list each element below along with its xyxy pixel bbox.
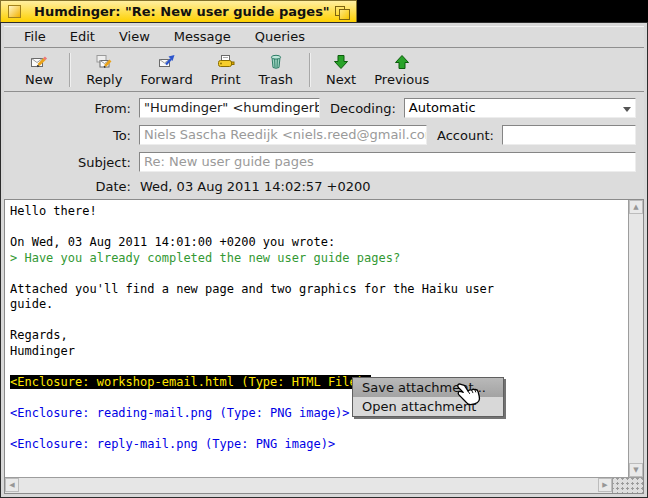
message-line: On Wed, 03 Aug 2011 14:01:00 +0200 you w… (10, 235, 628, 251)
decoding-label: Decoding: (320, 101, 404, 116)
message-line (10, 421, 628, 437)
menu-queries[interactable]: Queries (243, 28, 317, 45)
message-line (10, 313, 628, 329)
horizontal-scrollbar[interactable]: ◀ ▶ (5, 478, 612, 493)
message-line: Attached you'll find a new page and two … (10, 282, 628, 298)
right-arrow-icon: ▶ (602, 482, 607, 489)
menu-bar: File Edit View Message Queries (4, 26, 644, 48)
up-arrow-icon: ▲ (633, 204, 638, 211)
toolbar-separator (69, 53, 70, 87)
zoom-button[interactable] (335, 5, 350, 19)
vertical-scrollbar[interactable]: ▲ ▼ (628, 200, 643, 477)
context-menu: Save attachment... Open attachment (352, 377, 504, 417)
message-line: guide. (10, 297, 628, 313)
menu-item-open-attachment[interactable]: Open attachment (353, 397, 503, 416)
enclosure-link[interactable]: <Enclosure: reading-mail.png (Type: PNG … (10, 406, 628, 422)
forward-button[interactable]: Forward (131, 52, 201, 88)
message-line: > Have you already completed the new use… (10, 251, 628, 267)
left-arrow-icon: ◀ (9, 482, 14, 489)
scroll-right-button[interactable]: ▶ (598, 478, 612, 492)
date-value: Wed, 03 Aug 2011 14:02:57 +0200 (139, 179, 371, 194)
print-icon (217, 53, 235, 72)
message-line (10, 390, 628, 406)
new-button[interactable]: New (16, 52, 62, 88)
to-label: To: (4, 128, 139, 143)
toolbar: New Reply (4, 48, 644, 92)
menu-file[interactable]: File (12, 28, 58, 45)
down-arrow-icon: ▼ (633, 467, 638, 474)
scroll-left-button[interactable]: ◀ (5, 478, 19, 492)
scroll-down-button[interactable]: ▼ (629, 463, 643, 477)
toolbar-separator (309, 53, 310, 87)
down-arrow-icon (332, 53, 350, 72)
account-label: Account: (427, 128, 502, 143)
menu-view[interactable]: View (107, 28, 162, 45)
scroll-up-button[interactable]: ▲ (629, 200, 643, 214)
menu-item-save-attachment[interactable]: Save attachment... (353, 378, 503, 397)
enclosure-link[interactable]: <Enclosure: workshop-email.html (Type: H… (10, 375, 628, 391)
message-line: Hello there! (10, 204, 628, 220)
trash-button[interactable]: Trash (250, 52, 302, 88)
mail-window: File Edit View Message Queries New (0, 22, 648, 498)
message-line (10, 266, 628, 282)
from-label: From: (4, 101, 139, 116)
reply-button[interactable]: Reply (77, 52, 131, 88)
forward-icon (158, 53, 176, 72)
message-line: Regards, (10, 328, 628, 344)
enclosure-link[interactable]: <Enclosure: reply-mail.png (Type: PNG im… (10, 437, 628, 453)
subject-field[interactable]: Re: New user guide pages (139, 152, 636, 172)
decoding-dropdown[interactable]: Automatic (404, 98, 636, 118)
trash-icon (267, 53, 285, 72)
to-field[interactable]: Niels Sascha Reedijk <niels.reed@gmail.c… (139, 125, 427, 145)
previous-button[interactable]: Previous (365, 52, 438, 88)
menu-message[interactable]: Message (162, 28, 243, 45)
new-mail-icon (30, 53, 48, 72)
chevron-down-icon (623, 107, 631, 112)
close-button[interactable] (8, 5, 21, 18)
message-body[interactable]: Hello there!On Wed, 03 Aug 2011 14:01:00… (5, 200, 628, 477)
from-field[interactable]: "Humdinger" <humdingerb@goog (139, 98, 320, 118)
print-button[interactable]: Print (202, 52, 250, 88)
up-arrow-icon (393, 53, 411, 72)
header-panel: From: "Humdinger" <humdingerb@goog Decod… (4, 92, 644, 199)
message-line: Humdinger (10, 344, 628, 360)
menu-edit[interactable]: Edit (58, 28, 107, 45)
message-line (10, 220, 628, 236)
resize-grip[interactable] (612, 478, 643, 493)
message-line (10, 359, 628, 375)
window-title-tab[interactable]: Humdinger: "Re: New user guide pages" (0, 0, 357, 22)
reply-icon (95, 53, 113, 72)
account-field[interactable] (502, 125, 636, 145)
window-title: Humdinger: "Re: New user guide pages" (34, 4, 330, 19)
screen: { "window": { "title": "Humdinger: \"Re:… (0, 0, 648, 498)
date-label: Date: (4, 179, 139, 194)
next-button[interactable]: Next (317, 52, 365, 88)
subject-label: Subject: (4, 155, 139, 170)
body-area: Hello there!On Wed, 03 Aug 2011 14:01:00… (4, 199, 644, 494)
